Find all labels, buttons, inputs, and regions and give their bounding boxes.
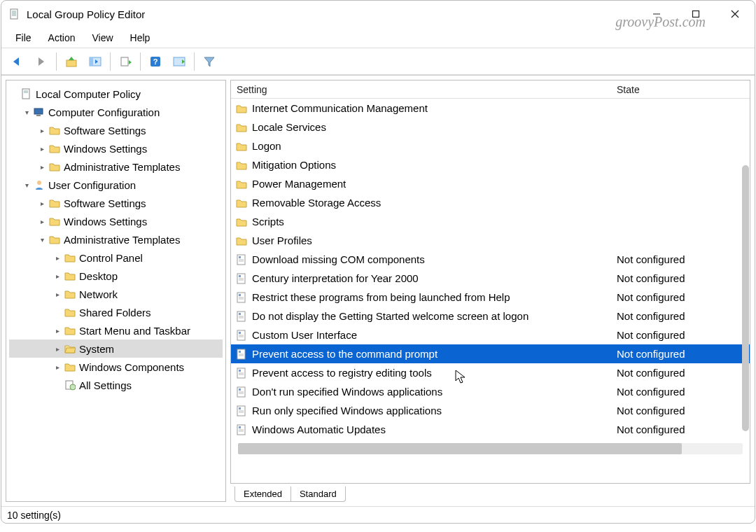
list-row-policy[interactable]: Download missing COM componentsNot confi… [231, 250, 750, 269]
show-hide-tree-button[interactable] [85, 52, 106, 71]
horizontal-scrollbar[interactable] [238, 443, 743, 454]
tree-computer-config[interactable]: ▾ Computer Configuration [9, 103, 223, 121]
tree-user-config[interactable]: ▾ User Configuration [9, 176, 223, 194]
folder-icon [235, 140, 248, 153]
menu-help[interactable]: Help [123, 29, 158, 46]
tree-item[interactable]: ▸Network [9, 285, 223, 303]
list-row-folder[interactable]: User Profiles [231, 231, 750, 250]
list-body[interactable]: Internet Communication Management Locale… [231, 99, 750, 483]
tree-item-system[interactable]: ▸System [9, 340, 223, 358]
tree-root[interactable]: Local Computer Policy [9, 85, 223, 103]
chevron-right-icon[interactable]: ▸ [37, 200, 47, 207]
tree-item[interactable]: ▸Control Panel [9, 248, 223, 267]
tree-label: Software Settings [64, 197, 146, 209]
tree-admin-templates[interactable]: ▾Administrative Templates [9, 230, 223, 248]
policy-setting-icon [235, 310, 248, 323]
list-row-folder[interactable]: Power Management [231, 174, 750, 193]
svg-rect-48 [239, 332, 241, 334]
list-row-policy[interactable]: Custom User InterfaceNot configured [231, 326, 750, 344]
help-button[interactable]: ? [145, 52, 166, 71]
row-state: Not configured [589, 405, 750, 416]
list-row-policy[interactable]: Do not display the Getting Started welco… [231, 307, 750, 326]
column-setting[interactable]: Setting [231, 84, 589, 95]
chevron-right-icon[interactable]: ▸ [52, 272, 62, 280]
chevron-down-icon[interactable]: ▾ [22, 108, 31, 116]
chevron-down-icon[interactable]: ▾ [22, 181, 31, 189]
folder-icon [64, 288, 76, 300]
tree-item[interactable]: ▸Windows Settings [9, 212, 223, 230]
list-row-policy[interactable]: Restrict these programs from being launc… [231, 288, 750, 307]
status-bar: 10 setting(s) [1, 506, 755, 523]
list-row-folder[interactable]: Mitigation Options [231, 155, 750, 174]
tab-standard[interactable]: Standard [291, 486, 346, 502]
folder-icon [48, 124, 61, 136]
back-button[interactable] [7, 52, 28, 71]
tree-label: Desktop [79, 270, 118, 282]
folder-icon [235, 178, 248, 190]
list-row-folder[interactable]: Locale Services [231, 118, 750, 136]
filter-button[interactable] [199, 52, 220, 71]
chevron-right-icon[interactable]: ▸ [37, 145, 47, 153]
minimize-button[interactable] [637, 1, 676, 27]
chevron-down-icon[interactable]: ▾ [37, 236, 47, 244]
folder-open-icon [64, 342, 76, 355]
menu-file[interactable]: File [8, 29, 38, 46]
tree-pane[interactable]: Local Computer Policy ▾ Computer Configu… [6, 80, 226, 502]
list-row-policy[interactable]: Century interpretation for Year 2000Not … [231, 269, 750, 288]
chevron-right-icon[interactable]: ▸ [52, 254, 62, 262]
chevron-right-icon[interactable]: ▸ [52, 345, 62, 353]
tree-item[interactable]: ▸Start Menu and Taskbar [9, 321, 223, 340]
maximize-button[interactable] [676, 1, 715, 27]
list-row-policy[interactable]: Prevent access to registry editing tools… [231, 363, 750, 382]
list-row-policy-selected[interactable]: Prevent access to the command promptNot … [231, 344, 750, 363]
export-list-button[interactable] [115, 52, 136, 71]
chevron-right-icon[interactable]: ▸ [52, 290, 62, 298]
properties-button[interactable] [169, 52, 190, 71]
close-button[interactable] [715, 1, 755, 27]
title-bar: Local Group Policy Editor groovyPost.com [1, 1, 755, 27]
row-label: Run only specified Windows applications [252, 405, 589, 416]
tree-item[interactable]: ▸Software Settings [9, 194, 223, 212]
up-button[interactable] [61, 52, 82, 71]
toolbar: ? [1, 48, 755, 75]
window-controls [637, 1, 755, 27]
scrollbar-thumb[interactable] [238, 443, 682, 454]
chevron-right-icon[interactable]: ▸ [52, 327, 62, 335]
column-state[interactable]: State [589, 84, 750, 95]
row-state: Not configured [589, 348, 750, 360]
list-row-policy[interactable]: Don't run specified Windows applications… [231, 382, 750, 401]
vertical-scrollbar[interactable] [740, 99, 750, 483]
list-row-folder[interactable]: Scripts [231, 212, 750, 231]
tree-item[interactable]: ▸Administrative Templates [9, 158, 223, 176]
tree-item[interactable]: ▸Desktop [9, 267, 223, 285]
list-row-folder[interactable]: Internet Communication Management [231, 99, 750, 118]
tab-extended[interactable]: Extended [234, 486, 291, 502]
tree-label: Administrative Templates [64, 234, 180, 246]
tree-item[interactable]: ▸Windows Components [9, 358, 223, 376]
list-row-folder[interactable]: Logon [231, 136, 750, 155]
list-row-policy[interactable]: Run only specified Windows applicationsN… [231, 401, 750, 420]
tree-item[interactable]: ▸Windows Settings [9, 139, 223, 158]
policy-setting-icon [235, 272, 248, 285]
list-row-policy[interactable]: Windows Automatic UpdatesNot configured [231, 420, 750, 439]
tree-item[interactable]: Shared Folders [9, 303, 223, 321]
policy-setting-icon [235, 386, 248, 398]
tree-item[interactable]: ▸Software Settings [9, 121, 223, 139]
chevron-right-icon[interactable]: ▸ [37, 218, 47, 225]
chevron-right-icon[interactable]: ▸ [37, 127, 47, 134]
forward-button[interactable] [31, 52, 52, 71]
chevron-right-icon[interactable]: ▸ [52, 363, 62, 371]
policy-setting-icon [235, 424, 248, 436]
menu-action[interactable]: Action [41, 29, 83, 46]
menu-view[interactable]: View [85, 29, 120, 46]
row-label: Scripts [252, 216, 589, 227]
svg-rect-60 [239, 388, 241, 391]
chevron-right-icon[interactable]: ▸ [37, 163, 47, 171]
tree-item[interactable]: All Settings [9, 376, 223, 394]
row-state: Not configured [589, 253, 750, 265]
scrollbar-thumb[interactable] [742, 165, 749, 431]
list-row-folder[interactable]: Removable Storage Access [231, 193, 750, 212]
toolbar-separator [194, 52, 195, 71]
svg-rect-52 [239, 351, 241, 353]
row-label: Mitigation Options [252, 159, 589, 171]
